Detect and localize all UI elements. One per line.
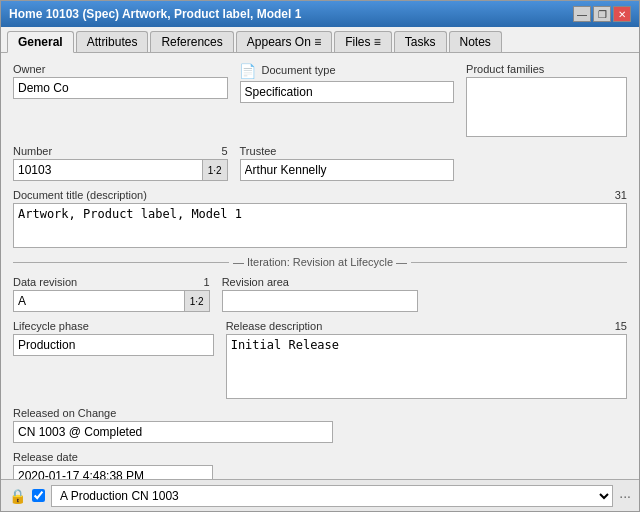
product-families-box (466, 77, 627, 137)
release-desc-count: 15 (615, 320, 627, 332)
bottom-checkbox[interactable] (32, 489, 45, 502)
doc-title-label-row: Document title (description) 31 (13, 189, 627, 203)
checkbox-area (32, 489, 45, 502)
revision-area-input[interactable] (222, 290, 419, 312)
data-revision-label: Data revision (13, 276, 77, 288)
data-revision-label-row: Data revision 1 (13, 276, 210, 290)
trustee-label: Trustee (240, 145, 455, 157)
doc-title-textarea[interactable] (13, 203, 627, 248)
row-release-date: Release date (13, 451, 627, 479)
revision-area-label: Revision area (222, 276, 419, 288)
number-input-row: 1·2 (13, 159, 228, 181)
number-label-row: Number 5 (13, 145, 228, 159)
release-desc-textarea[interactable] (226, 334, 627, 399)
row-doc-title: Document title (description) 31 (13, 189, 627, 248)
doctype-label-row: 📄 Document type (240, 63, 455, 79)
owner-input[interactable] (13, 77, 228, 99)
owner-label: Owner (13, 63, 228, 75)
data-revision-input[interactable] (13, 290, 185, 312)
number-count: 5 (221, 145, 227, 157)
release-date-label: Release date (13, 451, 213, 463)
row-released-on-change: Released on Change (13, 407, 627, 443)
row-number-trustee: Number 5 1·2 Trustee (13, 145, 627, 181)
doc-title-label: Document title (description) (13, 189, 147, 201)
released-on-change-input[interactable] (13, 421, 333, 443)
product-families-label: Product families (466, 63, 627, 75)
number-field-group: Number 5 1·2 (13, 145, 228, 181)
window-title: Home 10103 (Spec) Artwork, Product label… (9, 7, 301, 21)
number-btn[interactable]: 1·2 (203, 159, 228, 181)
data-revision-count: 1 (204, 276, 210, 288)
released-on-change-label: Released on Change (13, 407, 333, 419)
release-desc-label: Release description (226, 320, 323, 332)
release-desc-label-row: Release description 15 (226, 320, 627, 334)
doctype-label: Document type (262, 64, 336, 76)
data-revision-field-group: Data revision 1 1·2 (13, 276, 210, 312)
tab-files[interactable]: Files ≡ (334, 31, 392, 52)
bottom-bar: 🔒 A Production CN 1003 ··· (1, 479, 639, 511)
row-lifecycle: Lifecycle phase Release description 15 (13, 320, 627, 399)
tab-content-general: Owner 📄 Document type Product families N… (1, 53, 639, 479)
doctype-input[interactable] (240, 81, 455, 103)
main-window: Home 10103 (Spec) Artwork, Product label… (0, 0, 640, 512)
tab-attributes[interactable]: Attributes (76, 31, 149, 52)
doc-title-count: 31 (615, 189, 627, 201)
iteration-header: — Iteration: Revision at Lifecycle — (13, 256, 627, 268)
title-bar-buttons: — ❐ ✕ (573, 6, 631, 22)
tab-general[interactable]: General (7, 31, 74, 53)
close-button[interactable]: ✕ (613, 6, 631, 22)
restore-button[interactable]: ❐ (593, 6, 611, 22)
data-revision-input-row: 1·2 (13, 290, 210, 312)
row-owner-doctype: Owner 📄 Document type Product families (13, 63, 627, 137)
release-desc-field-group: Release description 15 (226, 320, 627, 399)
doctype-field-group: 📄 Document type (240, 63, 455, 137)
tab-references[interactable]: References (150, 31, 233, 52)
lifecycle-phase-field-group: Lifecycle phase (13, 320, 214, 356)
released-on-change-field-group: Released on Change (13, 407, 333, 443)
number-input[interactable] (13, 159, 203, 181)
tab-tasks[interactable]: Tasks (394, 31, 447, 52)
release-date-input[interactable] (13, 465, 213, 479)
tab-bar: General Attributes References Appears On… (1, 27, 639, 53)
title-bar: Home 10103 (Spec) Artwork, Product label… (1, 1, 639, 27)
trustee-field-group: Trustee (240, 145, 455, 181)
bottom-dots-icon: ··· (619, 488, 631, 504)
data-revision-btn[interactable]: 1·2 (185, 290, 210, 312)
lifecycle-phase-label: Lifecycle phase (13, 320, 214, 332)
lock-icon: 🔒 (9, 488, 26, 504)
row-revision: Data revision 1 1·2 Revision area (13, 276, 627, 312)
doc-title-field-group: Document title (description) 31 (13, 189, 627, 248)
owner-field-group: Owner (13, 63, 228, 137)
tab-notes[interactable]: Notes (449, 31, 502, 52)
release-date-field-group: Release date (13, 451, 213, 479)
trustee-input[interactable] (240, 159, 455, 181)
revision-area-field-group: Revision area (222, 276, 419, 312)
bottom-dropdown[interactable]: A Production CN 1003 (51, 485, 613, 507)
tab-appears-on[interactable]: Appears On ≡ (236, 31, 332, 52)
document-icon: 📄 (240, 63, 256, 79)
number-label: Number (13, 145, 52, 157)
minimize-button[interactable]: — (573, 6, 591, 22)
product-families-field-group: Product families (466, 63, 627, 137)
lifecycle-phase-input[interactable] (13, 334, 214, 356)
